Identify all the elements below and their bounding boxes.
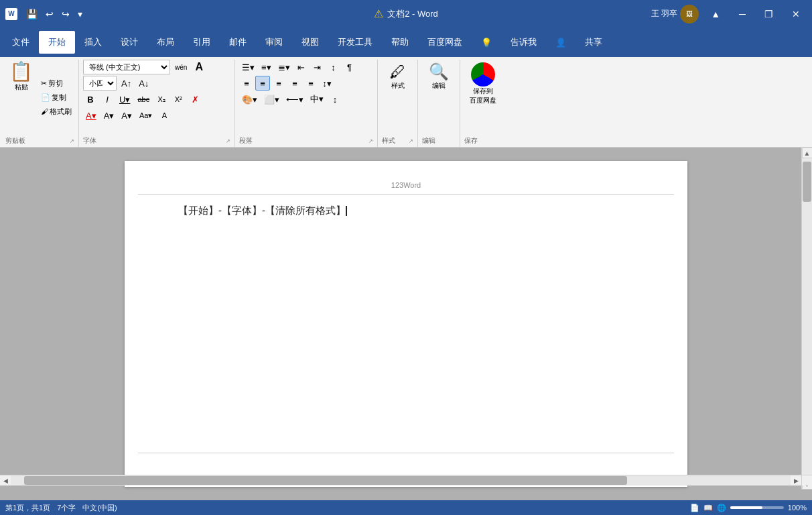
menu-share-icon[interactable]: 👤 bbox=[546, 32, 576, 53]
scroll-track-v[interactable] bbox=[802, 158, 812, 479]
ribbon-collapse-btn[interactable]: ▲ bbox=[704, 6, 727, 22]
menu-bar: 文件 开始 插入 设计 布局 引用 邮件 审阅 视图 开发工具 帮助 百度网盘 … bbox=[0, 27, 812, 57]
menu-file[interactable]: 文件 bbox=[3, 31, 39, 54]
menu-home[interactable]: 开始 bbox=[39, 31, 75, 54]
menu-baidu-disk[interactable]: 百度网盘 bbox=[418, 31, 472, 54]
close-btn[interactable]: ✕ bbox=[785, 6, 807, 22]
view-read-btn[interactable]: 📖 bbox=[703, 504, 713, 512]
format-painter-button[interactable]: 🖌 格式刷 bbox=[38, 105, 74, 118]
scroll-left-btn[interactable]: ◀ bbox=[0, 475, 11, 486]
undo-btn[interactable]: ↩ bbox=[44, 7, 56, 21]
char-shading-btn[interactable]: A bbox=[157, 108, 172, 123]
paragraph-expand-icon[interactable]: ↗ bbox=[368, 138, 373, 144]
menu-design[interactable]: 设计 bbox=[111, 31, 147, 54]
bold-button[interactable]: B bbox=[83, 92, 98, 107]
save-quick-btn[interactable]: 💾 bbox=[24, 7, 40, 21]
font-size-select[interactable]: 小四 bbox=[83, 76, 117, 91]
numbering-btn[interactable]: ≡▾ bbox=[259, 60, 274, 74]
scroll-thumb-v[interactable] bbox=[803, 162, 811, 202]
styles-button[interactable]: 🖊 样式 bbox=[383, 60, 413, 93]
scroll-thumb-h[interactable] bbox=[24, 476, 627, 485]
restore-btn[interactable]: ❐ bbox=[758, 6, 780, 22]
menu-developer[interactable]: 开发工具 bbox=[328, 31, 382, 54]
font-group: 等线 (中文正文) wén A 小四 A↑ A↓ B I U▾ abc bbox=[79, 60, 235, 147]
customize-quick-access-btn[interactable]: ▾ bbox=[76, 7, 84, 21]
align-left-btn[interactable]: ≡ bbox=[239, 76, 254, 91]
distributed-btn[interactable]: ≡ bbox=[303, 76, 318, 91]
scroll-up-btn[interactable]: ▲ bbox=[802, 148, 813, 158]
style-expand-icon[interactable]: ↗ bbox=[409, 138, 413, 144]
scroll-track-h[interactable] bbox=[11, 475, 791, 485]
clipboard-group: 📋 粘贴 ✂ 剪切 📄 复制 🖌 格式刷 bbox=[1, 60, 79, 147]
menu-tell-me[interactable]: 告诉我 bbox=[501, 31, 546, 54]
menu-mailings[interactable]: 邮件 bbox=[220, 31, 256, 54]
clipboard-expand-icon[interactable]: ↗ bbox=[70, 138, 74, 144]
text-cursor bbox=[346, 206, 347, 216]
menu-references[interactable]: 引用 bbox=[184, 31, 220, 54]
document-text: 【开始】-【字体】-【清除所有格式】 bbox=[178, 205, 346, 216]
menu-share[interactable]: 共享 bbox=[576, 31, 612, 54]
view-web-btn[interactable]: 🌐 bbox=[717, 504, 726, 512]
title-center: ⚠ 文档2 - Word bbox=[374, 7, 438, 20]
status-right: 📄 📖 🌐 100% bbox=[690, 504, 807, 512]
scroll-corner bbox=[801, 475, 812, 485]
align-center-btn[interactable]: ≡ bbox=[255, 76, 270, 91]
subscript-button[interactable]: X₂ bbox=[154, 92, 169, 107]
font-group-content: 等线 (中文正文) wén A 小四 A↑ A↓ B I U▾ abc bbox=[83, 60, 230, 135]
format-painter-icon: 🖌 bbox=[41, 107, 48, 115]
line-spacing-btn[interactable]: ↕▾ bbox=[320, 76, 334, 91]
clipboard-group-label: 剪贴板 ↗ bbox=[5, 135, 74, 147]
highlight-btn[interactable]: A▾ bbox=[101, 108, 117, 123]
show-marks-btn[interactable]: ¶ bbox=[342, 60, 357, 74]
text-case-btn[interactable]: Aa▾ bbox=[137, 108, 155, 123]
font-size-up-btn[interactable]: A↑ bbox=[119, 76, 134, 91]
multilevel-btn[interactable]: ≣▾ bbox=[275, 60, 293, 74]
cut-button[interactable]: ✂ 剪切 bbox=[38, 77, 74, 90]
superscript-button[interactable]: X² bbox=[171, 92, 186, 107]
font-expand-icon[interactable]: ↗ bbox=[226, 138, 230, 144]
view-normal-btn[interactable]: 📄 bbox=[690, 504, 699, 512]
horizontal-scrollbar[interactable]: ◀ ▶ bbox=[0, 475, 801, 485]
strikethrough-button[interactable]: abc bbox=[135, 92, 152, 107]
paste-button[interactable]: 📋 粘贴 bbox=[5, 60, 37, 135]
save-baidu-button[interactable]: 保存到 百度网盘 bbox=[464, 60, 502, 108]
editing-button[interactable]: 🔍 编辑 bbox=[422, 60, 456, 93]
document-content[interactable]: 【开始】-【字体】-【清除所有格式】 bbox=[178, 201, 634, 219]
text-direction-btn[interactable]: ⟵▾ bbox=[283, 92, 306, 107]
borders-btn[interactable]: ⬜▾ bbox=[261, 92, 282, 107]
menu-lightbulb-icon[interactable]: 💡 bbox=[472, 32, 501, 53]
text-color-btn[interactable]: A▾ bbox=[119, 108, 135, 123]
document-page[interactable]: 123Word 【开始】-【字体】-【清除所有格式】 bbox=[125, 161, 687, 487]
font-wenzhi-btn[interactable]: wén bbox=[172, 60, 190, 74]
font-family-select[interactable]: 等线 (中文正文) bbox=[83, 60, 170, 74]
decrease-indent-btn[interactable]: ⇤ bbox=[294, 60, 309, 74]
align-right-btn[interactable]: ≡ bbox=[271, 76, 286, 91]
vertical-scrollbar[interactable]: ▲ ▼ bbox=[801, 148, 812, 490]
document-title: 文档2 - Word bbox=[387, 8, 438, 20]
italic-button[interactable]: I bbox=[100, 92, 115, 107]
chinese-layout-btn[interactable]: 中▾ bbox=[308, 92, 326, 107]
menu-review[interactable]: 审阅 bbox=[256, 31, 292, 54]
justify-btn[interactable]: ≡ bbox=[287, 76, 302, 91]
menu-help[interactable]: 帮助 bbox=[382, 31, 418, 54]
zoom-slider[interactable] bbox=[730, 506, 784, 509]
menu-insert[interactable]: 插入 bbox=[75, 31, 111, 54]
scroll-right-btn[interactable]: ▶ bbox=[791, 475, 801, 486]
document-canvas[interactable]: 123Word 【开始】-【字体】-【清除所有格式】 bbox=[0, 148, 812, 500]
menu-view[interactable]: 视图 bbox=[292, 31, 328, 54]
shading-btn[interactable]: 🎨▾ bbox=[239, 92, 260, 107]
font-large-a-btn[interactable]: A bbox=[192, 60, 206, 74]
font-size-down-btn[interactable]: A↓ bbox=[136, 76, 151, 91]
underline-button[interactable]: U▾ bbox=[117, 92, 133, 107]
menu-layout[interactable]: 布局 bbox=[147, 31, 184, 54]
increase-indent-btn[interactable]: ⇥ bbox=[310, 60, 325, 74]
minimize-btn[interactable]: ─ bbox=[732, 6, 752, 22]
sort-btn[interactable]: ↕ bbox=[326, 60, 341, 74]
font-color-btn[interactable]: A▾ bbox=[83, 108, 99, 123]
redo-btn[interactable]: ↪ bbox=[60, 7, 72, 21]
copy-button[interactable]: 📄 复制 bbox=[38, 91, 74, 104]
clear-format-button[interactable]: ✗ bbox=[188, 92, 202, 107]
avatar[interactable]: 🖼 bbox=[680, 5, 699, 23]
bullets-btn[interactable]: ☰▾ bbox=[239, 60, 257, 74]
sort2-btn[interactable]: ↕ bbox=[328, 92, 342, 107]
